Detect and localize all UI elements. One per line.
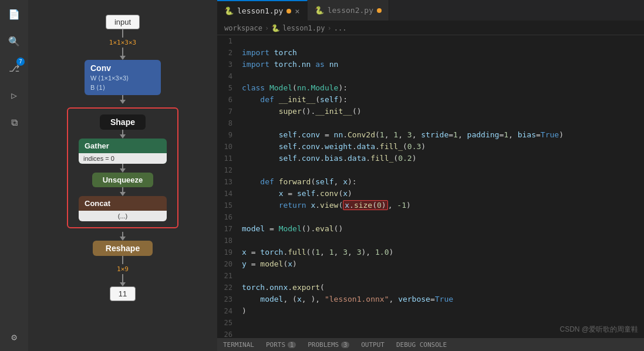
input-node: input bbox=[106, 15, 140, 29]
tab-close-lesson1[interactable]: × bbox=[295, 6, 299, 16]
diagram-panel: 📄 🔍 ⎇ 7 ▷ ⧉ ⚙ input 1×1×3×3 Conv W ⟨1×1×… bbox=[0, 0, 217, 351]
line-9: 9 self.conv = nn.Conv2d(1, 1, 3, stride=… bbox=[217, 129, 644, 141]
arrow-6 bbox=[122, 232, 123, 237]
status-problems[interactable]: PROBLEMS 3 bbox=[308, 341, 349, 349]
problems-badge: 3 bbox=[341, 342, 349, 348]
shape-node: Shape bbox=[100, 114, 146, 130]
output-label: OUTPUT bbox=[361, 341, 385, 349]
output-node: 11 bbox=[110, 286, 136, 301]
diagram-area: input 1×1×3×3 Conv W ⟨1×1×3×3⟩ B ⟨1⟩ Sha… bbox=[28, 6, 217, 345]
status-debug[interactable]: DEBUG CONSOLE bbox=[396, 341, 447, 349]
tab-bar: 🐍 lesson1.py × 🐍 lesson2.py bbox=[217, 0, 644, 21]
arrowhead-3 bbox=[120, 134, 126, 139]
breadcrumb-icon: 🐍 bbox=[271, 24, 280, 32]
git-badge: 7 bbox=[16, 58, 25, 66]
git-icon[interactable]: ⎇ 7 bbox=[6, 60, 22, 76]
arrowhead-1 bbox=[120, 56, 126, 60]
breadcrumb-symbol: ... bbox=[334, 24, 347, 32]
line-15: 15 return x.view(x.size(0), -1) bbox=[217, 200, 644, 211]
tab-modified-lesson2 bbox=[377, 8, 382, 13]
arrow-1 bbox=[122, 29, 123, 38]
tab-icon-lesson2: 🐍 bbox=[315, 6, 324, 15]
line-11: 11 self.conv.bias.data.fill_(0.2) bbox=[217, 153, 644, 164]
conv-label: Conv bbox=[90, 63, 155, 73]
problems-label: PROBLEMS bbox=[308, 341, 339, 349]
line-12: 12 bbox=[217, 164, 644, 176]
remote-icon[interactable]: ⚙ bbox=[6, 329, 22, 345]
watermark: CSDN @爱听歌的周童鞋 bbox=[559, 325, 638, 335]
red-box-group: Shape Gather indices = 0 Unsqueeze Conca… bbox=[67, 107, 178, 228]
status-tabs: TERMINAL PORTS 1 PROBLEMS 3 OUTPUT DEBUG… bbox=[223, 341, 447, 349]
arrowhead-7 bbox=[120, 282, 126, 286]
arrow-5 bbox=[122, 187, 123, 192]
tab-label-lesson2: lesson2.py bbox=[328, 6, 373, 15]
files-icon[interactable]: 📄 bbox=[6, 6, 22, 22]
search-icon[interactable]: 🔍 bbox=[6, 33, 22, 49]
code-editor-panel: 🐍 lesson1.py × 🐍 lesson2.py workspace › … bbox=[217, 0, 644, 351]
line-10: 10 self.conv.weight.data.fill_(0.3) bbox=[217, 141, 644, 153]
breadcrumb: workspace › 🐍 lesson1.py › ... bbox=[217, 21, 644, 35]
status-ports[interactable]: PORTS 1 bbox=[266, 341, 296, 349]
breadcrumb-sep1: › bbox=[265, 24, 269, 32]
line-3: 3 import torch.nn as nn bbox=[217, 59, 644, 70]
ports-badge: 1 bbox=[288, 342, 296, 348]
line-7: 7 super().__init__() bbox=[217, 106, 644, 117]
arrow-1b bbox=[122, 48, 123, 56]
arrow-3 bbox=[122, 130, 123, 134]
debug-label: DEBUG CONSOLE bbox=[396, 341, 447, 349]
line-17: 17 model = Model().eval() bbox=[217, 223, 644, 235]
line-8: 8 bbox=[217, 117, 644, 129]
concat-label: Concat bbox=[79, 196, 167, 211]
line-5: 5 class Model(nn.Module): bbox=[217, 82, 644, 94]
conv-w: W ⟨1×1×3×3⟩ bbox=[90, 75, 155, 82]
line-22: 22 torch.onnx.export( bbox=[217, 282, 644, 293]
unsqueeze-node: Unsqueeze bbox=[92, 173, 154, 187]
tab-label-lesson1: lesson1.py bbox=[237, 6, 283, 15]
line-13: 13 def forward(self, x): bbox=[217, 176, 644, 188]
arrow-7-label: 1×9 bbox=[117, 265, 129, 273]
line-21: 21 bbox=[217, 270, 644, 282]
line-4: 4 bbox=[217, 70, 644, 82]
line-16: 16 bbox=[217, 211, 644, 223]
line-24: 24 ) bbox=[217, 305, 644, 317]
tab-modified-lesson1 bbox=[286, 9, 291, 14]
arrowhead-2 bbox=[120, 100, 126, 104]
arrowhead-4 bbox=[120, 168, 126, 173]
status-terminal[interactable]: TERMINAL bbox=[223, 341, 254, 349]
arrow-2 bbox=[122, 95, 123, 100]
tab-lesson2[interactable]: 🐍 lesson2.py bbox=[308, 0, 389, 21]
extensions-icon[interactable]: ⧉ bbox=[6, 114, 22, 130]
gather-params: indices = 0 bbox=[79, 153, 167, 164]
arrowhead-5 bbox=[120, 192, 126, 196]
line-20: 20 y = model(x) bbox=[217, 258, 644, 270]
line-23: 23 model, (x, ), "lesson1.onnx", verbose… bbox=[217, 293, 644, 305]
arrow-7b bbox=[122, 274, 123, 282]
line-1: 1 bbox=[217, 35, 644, 47]
terminal-label: TERMINAL bbox=[223, 341, 254, 349]
line-6: 6 def __init__(self): bbox=[217, 94, 644, 106]
sidebar: 📄 🔍 ⎇ 7 ▷ ⧉ ⚙ bbox=[0, 0, 28, 351]
gather-label: Gather bbox=[79, 139, 167, 153]
arrowhead-6 bbox=[120, 237, 126, 241]
status-bar: TERMINAL PORTS 1 PROBLEMS 3 OUTPUT DEBUG… bbox=[217, 338, 644, 351]
ports-label: PORTS bbox=[266, 341, 285, 349]
concat-params: (...) bbox=[79, 211, 167, 221]
tab-lesson1[interactable]: 🐍 lesson1.py × bbox=[217, 0, 308, 21]
breadcrumb-file: lesson1.py bbox=[282, 24, 325, 32]
code-area[interactable]: 1 2 import torch 3 import torch.nn as nn… bbox=[217, 35, 644, 338]
line-18: 18 bbox=[217, 235, 644, 247]
concat-node: Concat (...) bbox=[79, 196, 167, 221]
line-19: 19 x = torch.full((1, 1, 3, 3), 1.0) bbox=[217, 247, 644, 258]
arrow-1-label: 1×1×3×3 bbox=[109, 39, 136, 46]
reshape-node: Reshape bbox=[93, 241, 153, 256]
breadcrumb-workspace: workspace bbox=[224, 24, 262, 32]
tab-icon-lesson1: 🐍 bbox=[224, 6, 234, 15]
arrow-4 bbox=[122, 164, 123, 168]
conv-node: Conv W ⟨1×1×3×3⟩ B ⟨1⟩ bbox=[85, 60, 161, 95]
conv-b: B ⟨1⟩ bbox=[90, 84, 155, 92]
arrow-7 bbox=[122, 256, 123, 264]
breadcrumb-sep2: › bbox=[328, 24, 332, 32]
status-output[interactable]: OUTPUT bbox=[361, 341, 385, 349]
debug-icon[interactable]: ▷ bbox=[6, 87, 22, 103]
line-14: 14 x = self.conv(x) bbox=[217, 188, 644, 200]
